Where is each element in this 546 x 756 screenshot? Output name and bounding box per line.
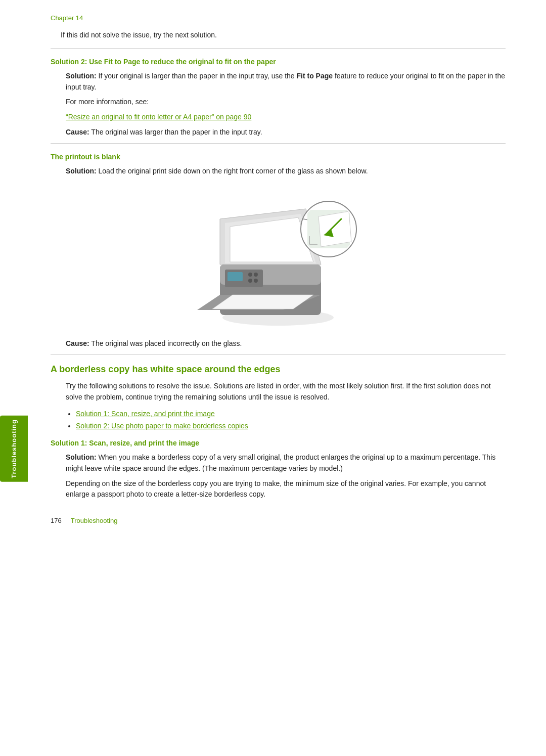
sol1-body1: When you make a borderless copy of a ver… — [66, 453, 495, 472]
svg-point-12 — [254, 279, 258, 283]
sol1-block: Solution: When you make a borderless cop… — [66, 452, 506, 500]
printout-solution-text: Solution: Load the original print side d… — [66, 166, 506, 177]
footer-page-number: 176 — [51, 517, 62, 524]
svg-point-9 — [248, 273, 252, 277]
printout-cause-label: Cause: — [66, 339, 89, 347]
solution2-body: If your original is larger than the pape… — [66, 72, 505, 91]
printout-solution-block: Solution: Load the original print side d… — [66, 166, 506, 177]
chapter-label: Chapter 14 — [51, 14, 506, 22]
printout-cause: Cause: The original was placed incorrect… — [66, 339, 506, 347]
sidebar-tab: Troubleshooting — [0, 416, 28, 482]
footer-bar: 176 Troubleshooting — [0, 517, 546, 524]
printout-solution-label: Solution: — [66, 167, 97, 175]
borderless-intro-block: Try the following solutions to resolve t… — [66, 381, 506, 403]
sol1-text1: Solution: When you make a borderless cop… — [66, 452, 506, 474]
solution2-cause: Cause: The original was larger than the … — [66, 128, 506, 136]
footer-label: Troubleshooting — [71, 517, 118, 524]
borderless-bullet-list: Solution 1: Scan, resize, and print the … — [76, 408, 506, 432]
bullet-link-2[interactable]: Solution 2: Use photo paper to make bord… — [76, 422, 248, 430]
solution2-link[interactable]: “Resize an original to fit onto letter o… — [66, 113, 251, 121]
bullet-item-1: Solution 1: Scan, resize, and print the … — [76, 408, 506, 420]
solution2-label: Solution: — [66, 72, 97, 80]
svg-point-11 — [248, 279, 252, 283]
borderless-heading: A borderless copy has white space around… — [51, 364, 506, 375]
bullet-link-1[interactable]: Solution 1: Scan, resize, and print the … — [76, 410, 215, 418]
printer-image-container — [51, 189, 506, 330]
sol1-heading: Solution 1: Scan, resize, and print the … — [51, 439, 506, 447]
printout-solution-body: Load the original print side down on the… — [99, 167, 368, 175]
solution2-heading: Solution 2: Use Fit to Page to reduce th… — [51, 58, 506, 66]
divider-2 — [51, 143, 506, 144]
sol1-text2: Depending on the size of the borderless … — [66, 478, 506, 500]
svg-marker-20 — [318, 211, 351, 247]
printout-heading: The printout is blank — [51, 153, 506, 161]
cause2-label: Cause: — [66, 128, 89, 136]
cause2-text: The original was larger than the paper i… — [91, 128, 262, 136]
bullet-item-2: Solution 2: Use photo paper to make bord… — [76, 420, 506, 432]
divider-3 — [51, 354, 506, 355]
svg-rect-8 — [228, 272, 243, 281]
printer-illustration — [192, 189, 364, 330]
sidebar-tab-label: Troubleshooting — [0, 416, 28, 482]
intro-text: If this did not solve the issue, try the… — [61, 31, 506, 39]
svg-point-10 — [254, 273, 258, 277]
for-more-text: For more information, see: — [66, 97, 506, 108]
divider-1 — [51, 48, 506, 49]
solution2-link-wrap: “Resize an original to fit onto letter o… — [66, 112, 506, 123]
solution2-block: Solution: If your original is larger tha… — [66, 71, 506, 123]
borderless-intro-text: Try the following solutions to resolve t… — [66, 381, 506, 403]
printout-cause-text: The original was placed incorrectly on t… — [91, 339, 242, 347]
sol1-label: Solution: — [66, 453, 97, 461]
svg-point-13 — [264, 273, 269, 278]
solution2-text: Solution: If your original is larger tha… — [66, 71, 506, 93]
